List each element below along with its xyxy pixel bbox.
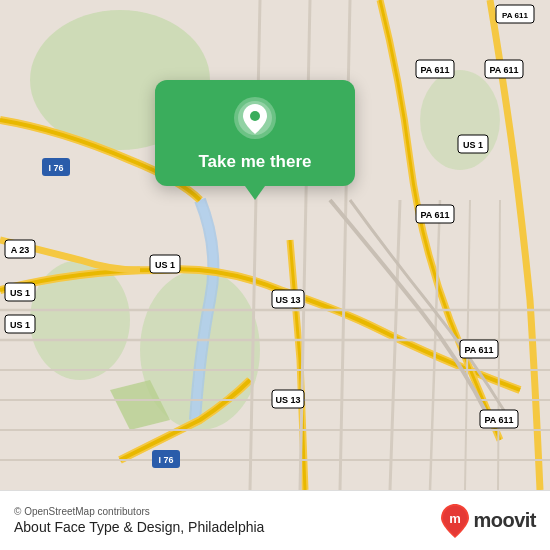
svg-text:PA 611: PA 611: [484, 415, 513, 425]
svg-text:US 1: US 1: [463, 140, 483, 150]
bottom-bar: © OpenStreetMap contributors About Face …: [0, 490, 550, 550]
svg-point-51: [250, 111, 260, 121]
osm-credit: © OpenStreetMap contributors: [14, 506, 441, 517]
svg-text:PA 611: PA 611: [489, 65, 518, 75]
svg-text:US 13: US 13: [275, 295, 300, 305]
take-me-there-button[interactable]: Take me there: [198, 152, 311, 172]
svg-text:m: m: [450, 511, 462, 526]
svg-text:I 76: I 76: [48, 163, 63, 173]
moovit-logo: m moovit: [441, 504, 536, 538]
svg-text:US 1: US 1: [10, 288, 30, 298]
svg-text:A 23: A 23: [11, 245, 30, 255]
svg-text:US 1: US 1: [10, 320, 30, 330]
svg-text:PA 611: PA 611: [420, 210, 449, 220]
place-info: © OpenStreetMap contributors About Face …: [14, 506, 441, 535]
svg-text:PA 611: PA 611: [464, 345, 493, 355]
svg-text:I 76: I 76: [158, 455, 173, 465]
location-pin-icon: [233, 96, 277, 144]
svg-point-4: [420, 70, 500, 170]
svg-text:US 1: US 1: [155, 260, 175, 270]
popup-card: Take me there: [155, 80, 355, 186]
place-name: About Face Type & Design, Philadelphia: [14, 519, 441, 535]
map-container: I 76 I 76 US 1 US 1 US 1 PA 611 PA 611 P…: [0, 0, 550, 490]
moovit-text: moovit: [473, 509, 536, 532]
svg-text:US 13: US 13: [275, 395, 300, 405]
svg-text:PA 611: PA 611: [420, 65, 449, 75]
svg-text:PA 611: PA 611: [502, 11, 528, 20]
moovit-pin-icon: m: [441, 504, 469, 538]
